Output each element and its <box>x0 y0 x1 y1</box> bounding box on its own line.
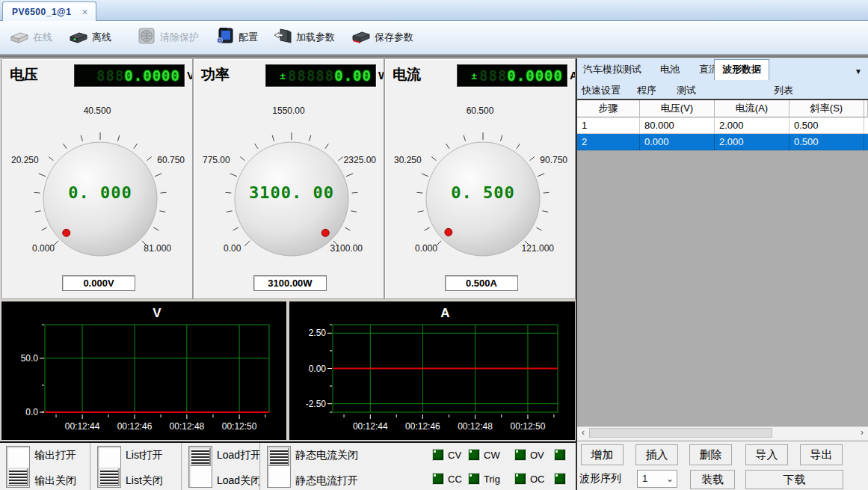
display-ghost-digits: 888 <box>96 67 124 84</box>
online-button[interactable]: 在线 <box>6 25 56 50</box>
download-button[interactable]: 下载 <box>745 470 843 489</box>
tab-auto-sim-test[interactable]: 汽车模拟测试 <box>583 63 641 76</box>
offline-label: 离线 <box>92 31 111 44</box>
display-sign: ± <box>471 70 478 82</box>
output-on-label: 输出打开 <box>34 449 76 462</box>
current-knob-value: 0. 500 <box>408 183 558 202</box>
power-title: 功率 <box>201 65 230 85</box>
toggle-handle <box>268 447 289 466</box>
scroll-thumb[interactable] <box>589 428 772 438</box>
scroll-left-arrow[interactable]: ‹ <box>577 427 589 438</box>
oc-indicator: OC <box>514 473 545 485</box>
output-toggle[interactable] <box>6 446 30 488</box>
list-toggle[interactable] <box>97 446 121 488</box>
svg-text:00:12:48: 00:12:48 <box>170 421 205 432</box>
load-params-button[interactable]: 加载参数 <box>269 25 339 50</box>
table-row-selected[interactable]: 2 0.000 2.000 0.500 <box>577 134 868 150</box>
cv-led <box>432 449 444 461</box>
voltage-setpoint-field[interactable]: 0.000V <box>62 275 135 291</box>
save-params-button[interactable]: 保存参数 <box>348 25 417 50</box>
load-sequence-button[interactable]: 装载 <box>690 470 735 489</box>
col-slope[interactable]: 斜率(S) <box>789 100 864 117</box>
display-value: 0.0000 <box>507 67 563 84</box>
toggle-handle <box>7 468 28 486</box>
cell-current: 2.000 <box>715 134 789 150</box>
add-button[interactable]: 增加 <box>581 444 624 465</box>
export-button[interactable]: 导出 <box>800 444 843 465</box>
col-voltage[interactable]: 电压(V) <box>640 100 715 117</box>
current-gauge-panel: 电流 ± 888 0.0000 A 60.500 30.250 90.750 0… <box>384 58 576 299</box>
right-panel: 汽车模拟测试 电池 直流内阻 ▼ 快速设置 程序 测试 列表 波形数据 步骤 电… <box>577 58 868 490</box>
close-tab-icon[interactable]: × <box>81 7 87 17</box>
current-chart: 2.500.00-2.5000:12:4400:12:4600:12:4800:… <box>289 301 575 440</box>
cell-voltage: 80.000 <box>640 117 715 134</box>
tab-list[interactable]: 列表 <box>774 84 793 97</box>
cell-voltage: 0.000 <box>640 134 715 150</box>
col-step[interactable]: 步骤 <box>577 100 640 117</box>
col-extra <box>864 100 868 117</box>
svg-text:00:12:46: 00:12:46 <box>405 421 440 432</box>
power-setpoint-field[interactable]: 3100.00W <box>253 275 327 291</box>
config-button[interactable]: 配置 <box>212 25 262 50</box>
table-empty-area <box>577 150 868 426</box>
chevron-down-icon: ⌄ <box>666 471 674 487</box>
offline-icon <box>69 27 88 48</box>
sequence-value: 1 <box>642 473 647 484</box>
clipped-indicator-2 <box>554 473 570 485</box>
insert-button[interactable]: 插入 <box>635 444 678 465</box>
waveform-sequence-label: 波形序列 <box>579 472 621 486</box>
static-current-toggle[interactable] <box>267 446 291 488</box>
current-setpoint-field[interactable]: 0.500A <box>445 275 518 291</box>
ov-led <box>514 449 526 461</box>
chevron-down-icon[interactable]: ▼ <box>855 67 862 76</box>
scale-label: 40.500 <box>2 105 192 116</box>
delete-button[interactable]: 删除 <box>689 444 732 465</box>
clipped-led-1 <box>554 449 566 461</box>
tab-quick-setup[interactable]: 快速设置 <box>582 84 621 97</box>
save-params-label: 保存参数 <box>375 31 413 44</box>
offline-button[interactable]: 离线 <box>65 25 115 50</box>
cw-label: CW <box>484 450 500 461</box>
table-row[interactable]: 1 80.000 2.000 0.500 <box>577 117 868 134</box>
cell-step: 2 <box>577 134 640 150</box>
import-button[interactable]: 导入 <box>745 444 788 465</box>
document-tab[interactable]: PV6500_1@1 × <box>2 1 96 21</box>
h-scrollbar[interactable]: ‹ › <box>577 426 868 438</box>
cell-step: 1 <box>577 117 640 134</box>
tab-test[interactable]: 测试 <box>677 84 696 97</box>
svg-text:50.0: 50.0 <box>21 353 39 364</box>
scroll-right-arrow[interactable]: › <box>856 427 868 438</box>
load-toggle[interactable] <box>188 446 212 488</box>
svg-text:A: A <box>440 306 449 320</box>
ov-indicator: OV <box>514 449 544 461</box>
cc-indicator: CC <box>432 473 462 485</box>
cc-label: CC <box>448 474 462 485</box>
sequence-select[interactable]: 1 ⌄ <box>637 470 677 488</box>
svg-text:00:12:44: 00:12:44 <box>353 421 388 432</box>
list-on-label: List打开 <box>126 449 163 462</box>
clear-protection-label: 清除保护 <box>160 31 199 44</box>
load-params-icon <box>273 27 292 48</box>
toolbar: 在线 离线 清除保护 配置 加载参数 保存参数 <box>0 21 868 55</box>
toolbar-divider <box>0 55 868 58</box>
divider <box>577 441 868 441</box>
ov-label: OV <box>530 450 544 461</box>
divider <box>90 443 91 490</box>
cc-led <box>432 473 444 485</box>
power-knob-value: 3100. 00 <box>217 183 366 202</box>
svg-text:0.0: 0.0 <box>25 407 38 417</box>
cell-current: 2.000 <box>715 117 789 134</box>
tab-waveform-data[interactable]: 波形数据 <box>714 59 769 80</box>
divider <box>259 443 261 490</box>
voltage-chart: 50.00.000:12:4400:12:4600:12:4800:12:50V <box>1 301 286 440</box>
col-current[interactable]: 电流(A) <box>715 100 789 117</box>
current-led-display: ± 888 0.0000 <box>457 64 567 87</box>
clipped-led-2 <box>554 473 566 485</box>
tab-battery[interactable]: 电池 <box>660 63 680 76</box>
clear-protection-button[interactable]: 清除保护 <box>133 25 203 50</box>
tab-program[interactable]: 程序 <box>637 84 656 97</box>
config-icon <box>215 27 235 48</box>
voltage-gauge-panel: 电压 888 0.0000 V 40.500 20.250 60.750 0.0… <box>1 58 193 299</box>
load-on-label: Load打开 <box>217 449 261 462</box>
scale-label: 1550.00 <box>194 105 384 116</box>
